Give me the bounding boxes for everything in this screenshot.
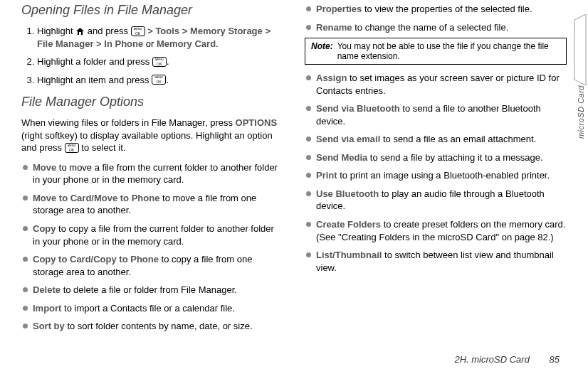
rest: to send a file as an email attachment. [380,134,536,144]
options-list-part2: Assign to set images as your screen save… [305,72,567,274]
term: Delete [33,284,61,295]
option-print: Print to print an image using a Bluetoot… [305,169,567,182]
rest: to copy a file from the current folder t… [33,223,274,247]
step-1: Highlight and press > Tools > Memory Sto… [37,25,283,50]
term: Use Bluetooth [316,188,379,199]
rest: to import a Contacts file or a calendar … [61,303,235,314]
rest: to delete a file or folder from File Man… [61,284,237,295]
term: Send via email [316,134,380,144]
option-create-folders: Create Folders to create preset folders … [305,218,567,243]
rest: to change the name of a selected file. [352,22,509,33]
step2-post: . [167,56,169,67]
side-thumb-tab [574,14,587,85]
term: Import [33,303,61,314]
note-text: You may not be able to use the file if y… [337,41,560,61]
menu-ok-icon [152,57,167,67]
term: Assign [316,73,347,83]
option-list-thumbnail: List/Thumbnail to switch between list vi… [305,249,567,274]
term: Send via Bluetooth [316,103,400,114]
page-footer: 2H. microSD Card 85 [454,354,560,365]
step3-pre: Highlight an item and press [37,75,152,85]
term: Move [33,162,56,173]
term: Send Media [316,152,367,163]
option-send-bluetooth: Send via Bluetooth to send a file to ano… [305,102,567,127]
page-body: Opening Files in File Manager Highlight … [21,3,567,337]
heading-opening-files: Opening Files in File Manager [21,3,283,18]
option-properties: Properties to view the properties of the… [305,3,567,16]
rest: to move a file from the current folder t… [33,162,278,186]
option-use-bluetooth: Use Bluetooth to play an audio file thro… [305,188,567,213]
term: Sort by [33,321,65,331]
option-move: Move to move a file from the current fol… [21,161,283,186]
footer-page-number: 85 [550,354,560,365]
term: Copy [33,223,56,234]
options-softkey-label: OPTIONS [236,117,278,128]
rest: to send a file by attaching it to a mess… [367,152,542,163]
note-box: Note: You may not be able to use the fil… [305,38,567,65]
path-tools: Tools [155,26,179,36]
menu-ok-icon [131,26,145,36]
term: Create Folders [316,219,381,230]
step3-post: . [166,75,169,85]
option-send-media: Send Media to send a file by attaching i… [305,151,567,164]
option-import: Import to import a Contacts file or a ca… [21,302,283,315]
path-memory-storage: Memory Storage [190,26,263,36]
option-copy: Copy to copy a file from the current fol… [21,223,283,247]
path-memory-card: Memory Card [157,38,216,49]
option-delete: Delete to delete a file or folder from F… [21,284,283,296]
menu-ok-icon [152,75,166,85]
term: Rename [316,22,352,33]
step2-pre: Highlight a folder and press [37,56,152,67]
footer-section: 2H. microSD Card [454,354,529,365]
option-move-to-card: Move to Card/Move to Phone to move a fil… [21,192,283,217]
step1-end: . [216,38,219,49]
option-assign: Assign to set images as your screen save… [305,72,567,97]
step-3: Highlight an item and press . [37,74,283,87]
step-2: Highlight a folder and press . [37,55,283,68]
rest: to set images as your screen saver or pi… [316,73,560,96]
rest: to sort folder contents by name, date, o… [65,321,253,331]
term: Print [316,170,337,181]
step1-posthome: and press [88,26,131,36]
step1-or: or [146,38,157,49]
term: Move to Card/Move to Phone [33,193,159,203]
option-send-email: Send via email to send a file as an emai… [305,133,567,146]
term: Properties [316,4,362,14]
option-sort-by: Sort by to sort folder contents by name,… [21,320,283,333]
option-copy-to-card: Copy to Card/Copy to Phone to copy a fil… [21,253,283,278]
intro-paragraph: When viewing files or folders in File Ma… [21,117,283,154]
rest: to view the properties of the selected f… [362,4,532,14]
option-rename: Rename to change the name of a selected … [305,21,567,34]
note-label: Note: [311,41,333,61]
term: Copy to Card/Copy to Phone [33,254,159,264]
term: List/Thumbnail [316,250,382,260]
intro-d: to select it. [79,142,126,153]
rest: to print an image using a Bluetooth-enab… [337,170,550,181]
side-tab-label: microSD Card [577,85,585,139]
heading-file-manager-options: File Manager Options [21,95,283,109]
intro-c: (right softkey) to display available opt… [21,130,273,154]
path-in-phone: In Phone [104,38,143,49]
step1-pre: Highlight [37,26,75,36]
menu-ok-icon [65,143,79,153]
steps-list: Highlight and press > Tools > Memory Sto… [21,25,283,86]
home-icon [75,27,85,36]
path-file-manager: File Manager [37,38,93,49]
intro-a: When viewing files or folders in File Ma… [21,117,236,128]
